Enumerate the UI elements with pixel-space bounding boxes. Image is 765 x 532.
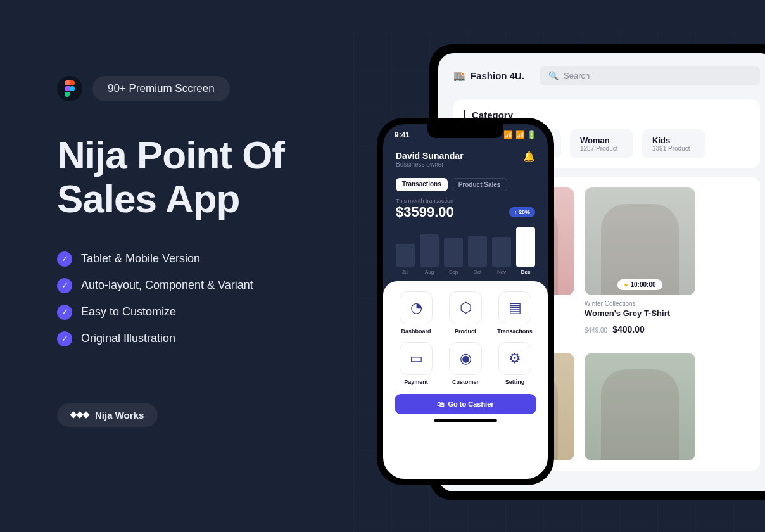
chart-bar[interactable]: Dec	[516, 227, 535, 275]
metric-percent: ↑ 20%	[509, 207, 535, 217]
search-input[interactable]: 🔍 Search	[540, 66, 760, 86]
product-icon: ⬡	[449, 291, 482, 324]
brand-badge: Nija Works	[57, 403, 158, 427]
feature-label: Auto-layout, Component & Variant	[81, 279, 253, 292]
store-brand[interactable]: 🏬 Fashion 4U.	[453, 70, 524, 82]
menu-tile-payment[interactable]: ▭Payment	[395, 342, 438, 385]
check-icon: ✓	[57, 305, 72, 320]
status-time: 9:41	[395, 130, 410, 139]
menu-tile-product[interactable]: ⬡Product	[444, 291, 487, 334]
chart-bar[interactable]: Jul	[396, 244, 415, 276]
category-pill-kids[interactable]: Kids1391 Product	[642, 129, 705, 158]
brand-name: Nija Works	[95, 410, 144, 421]
product-category: Winter Collections	[585, 300, 695, 307]
go-to-cashier-button[interactable]: 🛍 Go to Cashier	[395, 394, 536, 414]
tile-label: Transactions	[493, 328, 536, 334]
check-icon: ✓	[57, 251, 72, 267]
product-old-price: $449.00	[585, 327, 607, 334]
dashboard-icon: ◔	[400, 291, 433, 324]
coin-icon: ●	[624, 281, 628, 288]
feature-label: Original Illustration	[81, 332, 175, 345]
store-icon: 🏬	[453, 70, 465, 82]
menu-tile-setting[interactable]: ⚙Setting	[493, 342, 536, 385]
tile-label: Payment	[395, 379, 438, 385]
transactions-icon: ▤	[498, 291, 531, 324]
product-badge: ●10:00:00	[617, 279, 662, 290]
check-icon: ✓	[57, 331, 72, 346]
promo-panel: 90+ Premium Sccreen Nija Point Of Sales …	[57, 76, 342, 427]
tab-transactions[interactable]: Transactions	[396, 178, 448, 191]
brand-logo-icon	[71, 412, 89, 417]
feature-label: Easy to Customize	[81, 305, 176, 319]
figma-icon	[57, 76, 82, 101]
menu-tile-customer[interactable]: ◉Customer	[444, 342, 487, 385]
chart-bar[interactable]: Aug	[420, 234, 439, 276]
premium-badge: 90+ Premium Sccreen	[92, 76, 230, 101]
home-indicator[interactable]	[434, 419, 497, 422]
user-role: Bussiness owner	[396, 161, 464, 168]
product-price: $400.00	[612, 324, 645, 334]
setting-icon: ⚙	[498, 342, 531, 375]
user-name: David Sunandar	[396, 151, 464, 161]
customer-icon: ◉	[449, 342, 482, 375]
tile-label: Setting	[493, 379, 536, 385]
search-placeholder: Search	[564, 71, 590, 80]
phone-notch	[427, 124, 503, 138]
product-name: Women's Grey T-Shirt	[585, 308, 695, 318]
bar-chart: JulAugSepOctNovDec	[383, 224, 548, 281]
product-image: ●10:00:00	[585, 187, 695, 295]
feature-item: ✓Easy to Customize	[57, 305, 342, 320]
cashier-icon: 🛍	[437, 400, 444, 408]
chart-bar[interactable]: Sep	[444, 238, 463, 276]
chart-bar[interactable]: Nov	[492, 237, 511, 275]
tile-label: Customer	[444, 379, 487, 385]
tile-label: Product	[444, 328, 487, 334]
tab-product-sales[interactable]: Product Sales	[452, 178, 508, 191]
product-card[interactable]: ●10:00:00 Winter Collections Women's Gre…	[585, 187, 695, 344]
product-card[interactable]	[585, 353, 695, 460]
phone-device: 9:41 📶 📶 🔋 David Sunandar Bussiness owne…	[377, 118, 554, 485]
main-title: Nija Point Of Sales App	[57, 133, 342, 221]
check-icon: ✓	[57, 278, 72, 293]
svg-point-0	[70, 86, 75, 91]
tile-label: Dashboard	[395, 328, 438, 334]
category-pill-woman[interactable]: Woman1287 Product	[570, 129, 633, 158]
phone-screen: 9:41 📶 📶 🔋 David Sunandar Bussiness owne…	[383, 124, 548, 479]
cta-label: Go to Cashier	[448, 400, 493, 408]
chart-bar[interactable]: Oct	[468, 236, 487, 275]
feature-item: ✓Auto-layout, Component & Variant	[57, 278, 342, 293]
feature-label: Tablet & Mobile Version	[81, 252, 200, 265]
metric-label: This month transaction	[396, 198, 535, 204]
status-icons: 📶 📶 🔋	[503, 130, 536, 139]
payment-icon: ▭	[400, 342, 433, 375]
menu-tile-transactions[interactable]: ▤Transactions	[493, 291, 536, 334]
metric-value: $3599.00	[396, 204, 454, 220]
menu-tile-dashboard[interactable]: ◔Dashboard	[395, 291, 438, 334]
menu-grid: ◔Dashboard⬡Product▤Transactions▭Payment◉…	[395, 291, 536, 385]
search-icon: 🔍	[548, 71, 559, 80]
feature-list: ✓Tablet & Mobile Version ✓Auto-layout, C…	[57, 251, 342, 346]
feature-item: ✓Original Illustration	[57, 331, 342, 346]
product-image	[585, 353, 695, 460]
bell-icon[interactable]: 🔔	[523, 151, 535, 162]
feature-item: ✓Tablet & Mobile Version	[57, 251, 342, 267]
store-name: Fashion 4U.	[471, 70, 524, 81]
